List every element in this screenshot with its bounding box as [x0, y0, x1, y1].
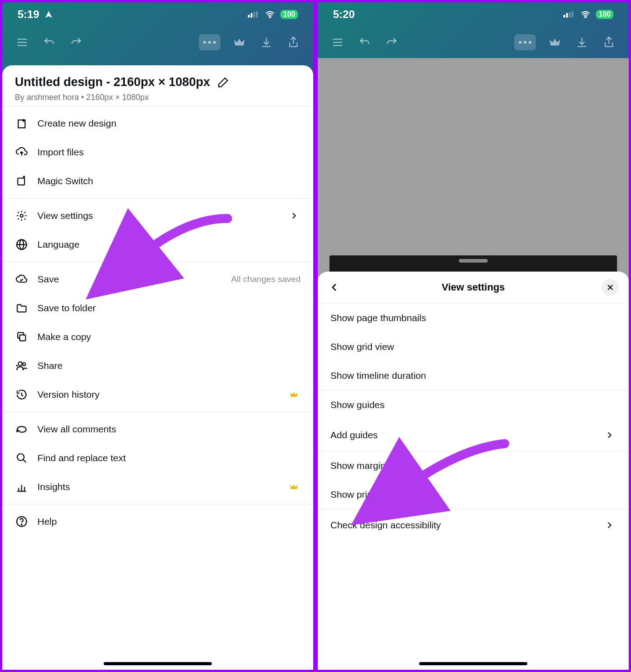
more-button[interactable] — [514, 34, 536, 50]
crown-button[interactable] — [231, 34, 247, 50]
svg-rect-0 — [248, 15, 250, 18]
svg-rect-33 — [572, 11, 573, 18]
magic-icon — [15, 174, 28, 188]
item-label: Show page thumbnails — [330, 313, 616, 323]
show-margins[interactable]: Show margins — [318, 451, 629, 480]
view-settings[interactable]: View settings — [2, 201, 313, 230]
find-replace[interactable]: Find and replace text — [2, 444, 313, 472]
share[interactable]: Share — [2, 351, 313, 380]
chevron-right-icon — [603, 518, 616, 532]
drag-handle[interactable] — [459, 259, 488, 263]
crown-icon — [287, 388, 301, 401]
menu-label: Save — [37, 274, 222, 285]
svg-rect-31 — [566, 13, 568, 18]
show-timeline[interactable]: Show timeline duration — [318, 361, 629, 390]
cellular-icon — [246, 8, 260, 21]
menu-button[interactable] — [14, 34, 30, 50]
cloud-upload-icon — [15, 145, 28, 159]
comment-icon — [15, 422, 28, 436]
svg-point-19 — [23, 363, 25, 366]
back-button[interactable] — [328, 281, 341, 294]
help[interactable]: Help — [2, 507, 313, 536]
design-title: Untitled design - 2160px × 1080px — [15, 75, 210, 89]
save-status: All changes saved — [231, 274, 301, 284]
svg-point-34 — [585, 17, 586, 18]
editor-toolbar — [2, 27, 313, 58]
undo-button[interactable] — [41, 34, 57, 50]
create-new-design[interactable]: Create new design — [2, 109, 313, 138]
menu-label: Language — [37, 239, 301, 250]
copy-icon — [15, 330, 28, 344]
download-button[interactable] — [258, 34, 274, 50]
undo-button[interactable] — [357, 34, 373, 50]
redo-button[interactable] — [68, 34, 84, 50]
chevron-right-icon — [603, 428, 616, 442]
save[interactable]: Save All changes saved — [2, 265, 313, 294]
magic-switch[interactable]: Magic Switch — [2, 167, 313, 195]
status-bar: 5:19 100 — [2, 2, 313, 27]
version-history[interactable]: Version history — [2, 380, 313, 409]
svg-rect-1 — [251, 13, 252, 18]
location-icon — [42, 8, 55, 21]
view-settings-sheet: View settings Show page thumbnails Show … — [318, 272, 629, 670]
menu-button[interactable] — [329, 34, 346, 50]
history-icon — [15, 388, 28, 401]
menu-label: Magic Switch — [37, 176, 301, 186]
menu-label: View all comments — [37, 424, 301, 435]
item-label: Show guides — [330, 400, 616, 410]
show-grid-view[interactable]: Show grid view — [318, 332, 629, 361]
close-button[interactable] — [602, 279, 619, 296]
view-comments[interactable]: View all comments — [2, 415, 313, 444]
download-button[interactable] — [574, 34, 590, 50]
menu-label: Share — [37, 360, 301, 371]
phone-right: 5:20 100 View settings — [316, 0, 631, 672]
item-label: Show margins — [330, 460, 616, 471]
language[interactable]: Language — [2, 230, 313, 259]
svg-point-22 — [17, 454, 24, 460]
edit-icon[interactable] — [216, 76, 230, 89]
editor-toolbar — [318, 27, 629, 58]
status-time-area: 5:19 — [18, 8, 55, 21]
menu-section-2: View settings Language — [2, 198, 313, 262]
sheet-title: View settings — [442, 282, 505, 293]
menu-label: Create new design — [37, 118, 301, 129]
crown-button[interactable] — [547, 34, 563, 50]
make-copy[interactable]: Make a copy — [2, 322, 313, 351]
wifi-icon — [579, 8, 592, 21]
wifi-icon — [263, 8, 277, 21]
options-sheet: Untitled design - 2160px × 1080px By ars… — [2, 65, 313, 670]
item-label: Show timeline duration — [330, 370, 616, 381]
home-indicator[interactable] — [104, 662, 212, 665]
svg-point-4 — [270, 17, 271, 18]
more-button[interactable] — [199, 34, 220, 50]
menu-label: Find and replace text — [37, 453, 301, 463]
add-guides[interactable]: Add guides — [318, 419, 629, 451]
status-indicators: 100 — [246, 8, 298, 21]
folder-icon — [15, 301, 28, 315]
share-button[interactable] — [285, 34, 302, 50]
menu-label: Insights — [37, 481, 278, 492]
svg-rect-32 — [569, 12, 571, 18]
sheet-header: Untitled design - 2160px × 1080px By ars… — [2, 65, 313, 106]
show-guides[interactable]: Show guides — [318, 390, 629, 419]
menu-label: Help — [37, 516, 301, 527]
menu-section-4: View all comments Find and replace text … — [2, 412, 313, 504]
plus-page-icon — [15, 117, 28, 130]
people-icon — [15, 359, 28, 372]
show-bleed[interactable]: Show print bleed — [318, 480, 629, 509]
save-to-folder[interactable]: Save to folder — [2, 294, 313, 322]
menu-section-1: Create new design Import files Magic Swi… — [2, 106, 313, 198]
show-thumbnails[interactable]: Show page thumbnails — [318, 304, 629, 332]
svg-rect-2 — [253, 12, 255, 18]
cloud-check-icon — [15, 272, 28, 286]
svg-rect-3 — [256, 11, 258, 18]
check-accessibility[interactable]: Check design accessibility — [318, 509, 629, 541]
svg-rect-12 — [18, 178, 24, 185]
svg-point-29 — [21, 524, 22, 525]
insights[interactable]: Insights — [2, 472, 313, 501]
globe-icon — [15, 238, 28, 251]
import-files[interactable]: Import files — [2, 138, 313, 167]
share-button[interactable] — [601, 34, 617, 50]
home-indicator[interactable] — [419, 662, 527, 665]
redo-button[interactable] — [384, 34, 400, 50]
